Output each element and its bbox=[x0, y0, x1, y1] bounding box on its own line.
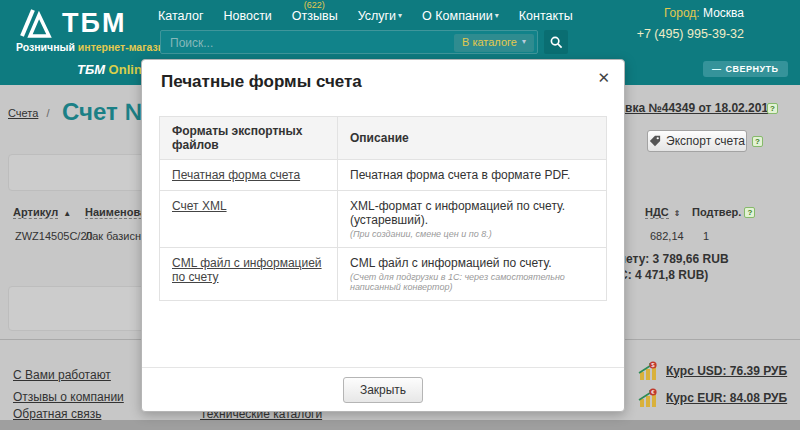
xml-form-note: (При создании, смене цен и по 8.) bbox=[350, 229, 594, 239]
help-icon[interactable]: ? bbox=[744, 207, 755, 218]
search-bar: Поиск... В каталоге ▾ bbox=[160, 30, 568, 54]
export-formats-table: Форматы экспортных файлов Описание Печат… bbox=[159, 116, 607, 301]
export-invoice-label: Экспорт счета bbox=[666, 134, 745, 148]
column-vat-label: НДС bbox=[645, 206, 669, 219]
logo[interactable]: ТБМ bbox=[16, 7, 126, 39]
xml-form-link[interactable]: Счет XML bbox=[172, 199, 227, 213]
nav-reviews-label: Отзывы bbox=[292, 9, 338, 23]
close-icon[interactable]: ✕ bbox=[597, 69, 610, 87]
nav-news[interactable]: Новости bbox=[223, 9, 271, 23]
cml-form-description: CML файл с информацией по счету. bbox=[350, 256, 552, 270]
main-nav: Каталог Новости (622) Отзывы Услуги▾ О К… bbox=[158, 9, 573, 23]
phone-number: +7 (495) 995-39-32 bbox=[637, 27, 744, 41]
search-placeholder: Поиск... bbox=[170, 36, 213, 50]
screen: ТБМ Розничный интернет-магазин Каталог Н… bbox=[0, 0, 800, 430]
nav-reviews[interactable]: (622) Отзывы bbox=[292, 9, 338, 23]
logo-subtitle-1: Розничный bbox=[16, 41, 75, 53]
nav-contacts-label: Контакты bbox=[519, 9, 573, 23]
help-icon[interactable]: ? bbox=[752, 136, 763, 147]
collapse-button-label: СВЕРНУТЬ bbox=[726, 64, 779, 74]
table-row: Счет XML XML-формат с информацией по сче… bbox=[160, 191, 607, 248]
header-contact-block: Город: Москва +7 (495) 995-39-32 bbox=[637, 6, 744, 41]
city-value: Москва bbox=[703, 6, 744, 20]
row-article: ZWZ14505C/20 bbox=[15, 230, 93, 242]
nav-contacts[interactable]: Контакты bbox=[519, 9, 573, 23]
usd-rate: $ Курс USD: 76.39 РУБ bbox=[638, 361, 787, 380]
online-brand-name: ТБМ bbox=[77, 62, 105, 77]
eur-chart-icon: € bbox=[638, 388, 658, 407]
search-input[interactable]: Поиск... В каталоге ▾ bbox=[160, 30, 538, 54]
nav-about[interactable]: О Компании▾ bbox=[422, 9, 499, 23]
breadcrumb: Счета / bbox=[8, 107, 54, 119]
row-vat: 682,14 bbox=[650, 230, 684, 242]
cml-form-note: (Счет для подгрузки в 1С: через самостоя… bbox=[350, 272, 594, 292]
table-header-row: Форматы экспортных файлов Описание bbox=[160, 117, 607, 160]
pdf-form-description: Печатная форма счета в формате PDF. bbox=[350, 168, 570, 182]
column-confirm[interactable]: Подтвер. ? bbox=[692, 206, 755, 218]
help-icon[interactable]: ? bbox=[767, 103, 778, 114]
sort-asc-icon: ▲ bbox=[63, 209, 71, 218]
header-description: Описание bbox=[338, 117, 607, 160]
table-row: CML файл с информацией по счету CML файл… bbox=[160, 248, 607, 301]
sort-both-icon: ⇕ bbox=[674, 209, 681, 218]
breadcrumb-invoices-link[interactable]: Счета bbox=[8, 107, 38, 119]
tag-icon bbox=[649, 135, 661, 147]
nav-news-label: Новости bbox=[223, 9, 271, 23]
search-button[interactable] bbox=[544, 30, 568, 54]
footer-link-feedback[interactable]: Обратная связь bbox=[13, 407, 101, 421]
logo-title: ТБМ bbox=[62, 8, 126, 39]
chevron-down-icon: ▾ bbox=[495, 11, 499, 20]
footer-link-team[interactable]: С Вами работают bbox=[13, 368, 111, 382]
pdf-form-link[interactable]: Печатная форма счета bbox=[172, 168, 300, 182]
search-scope-label: В каталоге bbox=[462, 36, 517, 48]
total-with-vat: С: 4 471,8 RUB) bbox=[619, 268, 708, 282]
modal-title: Печатные формы счета bbox=[161, 72, 362, 92]
nav-catalog[interactable]: Каталог bbox=[158, 9, 203, 23]
table-row: Печатная форма счета Печатная форма счет… bbox=[160, 160, 607, 191]
eur-rate-link[interactable]: Курс EUR: 84.08 РУБ bbox=[666, 391, 787, 405]
nav-services-label: Услуги bbox=[358, 9, 396, 23]
nav-about-label: О Компании bbox=[422, 9, 493, 23]
collapse-button[interactable]: — СВЕРНУТЬ bbox=[703, 61, 788, 77]
xml-form-description: XML-формат с информацией по счету. (уста… bbox=[350, 199, 565, 227]
reviews-count-badge: (622) bbox=[304, 0, 325, 10]
footer-link-company-reviews[interactable]: Отзывы о компании bbox=[13, 390, 124, 404]
search-icon bbox=[550, 36, 563, 49]
tbm-logo-icon bbox=[16, 7, 56, 39]
column-article-label: Артикул bbox=[13, 206, 58, 219]
nav-catalog-label: Каталог bbox=[158, 9, 203, 23]
usd-rate-link[interactable]: Курс USD: 76.39 РУБ bbox=[666, 364, 787, 378]
online-brand: ТБМ Online bbox=[77, 62, 149, 77]
column-vat[interactable]: НДС ⇕ bbox=[645, 206, 681, 218]
search-scope-dropdown[interactable]: В каталоге ▾ bbox=[454, 34, 534, 52]
close-button[interactable]: Закрыть bbox=[343, 377, 423, 403]
column-article[interactable]: Артикул ▲ bbox=[13, 206, 71, 218]
cml-form-link[interactable]: CML файл с информацией по счету bbox=[172, 256, 322, 284]
minimize-icon: — bbox=[712, 64, 722, 74]
request-link[interactable]: явка №44349 от 18.02.2016 bbox=[618, 101, 775, 115]
row-confirm: 1 bbox=[703, 230, 709, 242]
chevron-down-icon: ▾ bbox=[398, 11, 402, 20]
bottom-bar bbox=[0, 420, 800, 430]
eur-rate: € Курс EUR: 84.08 РУБ bbox=[638, 388, 787, 407]
logo-subtitle: Розничный интернет-магазин bbox=[16, 41, 171, 53]
city-label: Город: bbox=[664, 6, 700, 20]
logo-subtitle-2: интернет-магазин bbox=[78, 41, 171, 53]
chevron-down-icon: ▾ bbox=[522, 37, 526, 46]
header-format: Форматы экспортных файлов bbox=[160, 117, 338, 160]
usd-chart-icon: $ bbox=[638, 361, 658, 380]
city-selector[interactable]: Город: Москва bbox=[637, 6, 744, 20]
print-forms-modal: Печатные формы счета ✕ Форматы экспортны… bbox=[141, 59, 625, 412]
nav-services[interactable]: Услуги▾ bbox=[358, 9, 402, 23]
column-confirm-label: Подтвер. bbox=[692, 206, 741, 218]
total-amount: чету: 3 789,66 RUB bbox=[619, 252, 729, 266]
modal-footer: Закрыть bbox=[142, 367, 624, 411]
export-invoice-button[interactable]: Экспорт счета bbox=[647, 130, 747, 152]
breadcrumb-separator: / bbox=[46, 107, 49, 119]
